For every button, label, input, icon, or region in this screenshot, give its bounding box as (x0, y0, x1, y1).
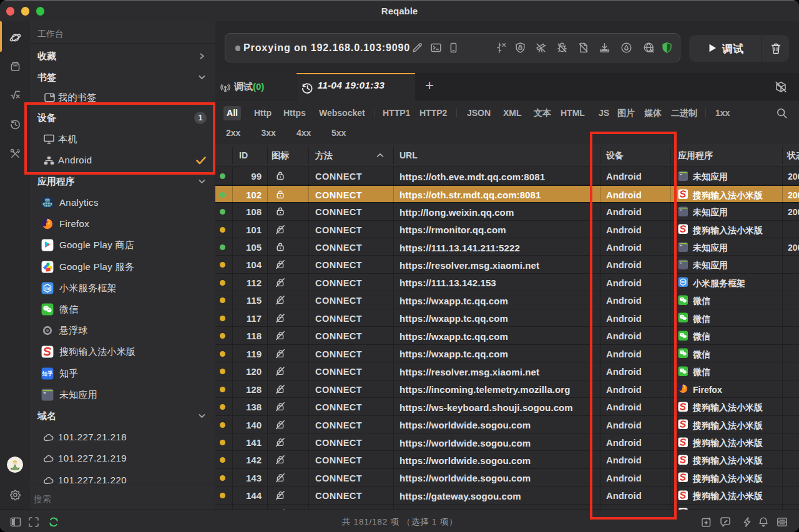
svg-text:mi: mi (45, 286, 50, 291)
svg-text:知乎: 知乎 (42, 370, 53, 377)
svg-text:mi: mi (681, 281, 685, 284)
